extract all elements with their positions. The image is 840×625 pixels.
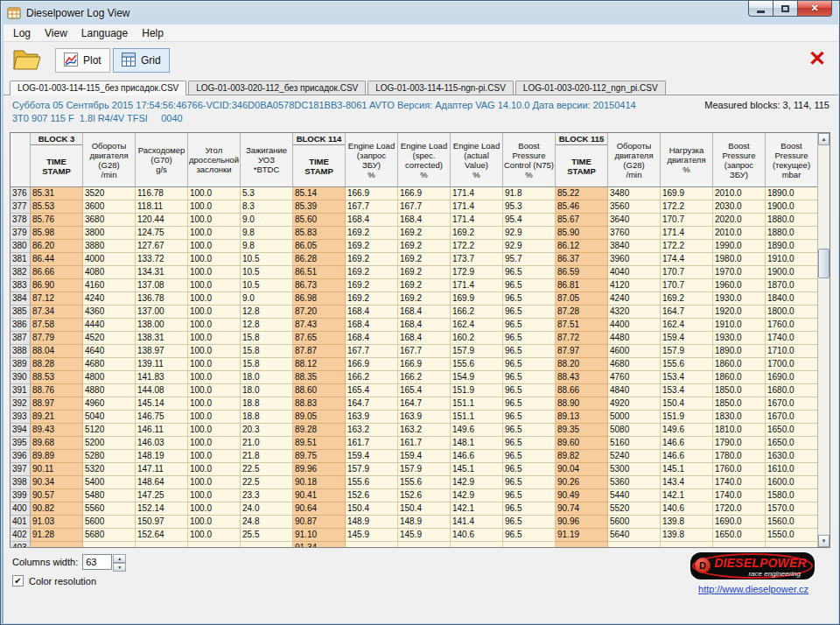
cell-load-spec[interactable]: 169.2 [398,292,451,305]
cell-engine-load-115[interactable]: 145.1 [661,463,713,476]
cell-rpm-115[interactable] [608,542,661,547]
cell-boost-actual[interactable]: 1630.0 [766,450,817,463]
cell-engine-load-115[interactable]: 171.4 [661,227,713,240]
cell-load-request[interactable]: 168.4 [346,332,398,345]
cell-boost-actual[interactable]: 1700.0 [766,358,817,371]
cell-time114[interactable]: 86.98 [293,292,346,305]
cell-n75-control[interactable]: 96.5 [503,319,556,332]
cell-n75-control[interactable]: 96.5 [503,476,556,489]
cell-throttle-angle[interactable]: 100.0 [188,489,241,502]
cell-engine-load-115[interactable]: 139.8 [661,516,713,529]
cell-load-request[interactable]: 169.2 [346,227,398,240]
cell-throttle-angle[interactable] [188,542,241,547]
cell-n75-control[interactable]: 96.5 [503,345,556,358]
cell-load-spec[interactable]: 161.7 [398,437,451,450]
cell-time115[interactable]: 90.04 [556,463,608,476]
cell-maf-g70[interactable]: 148.19 [136,450,188,463]
row-number[interactable]: 385 [10,305,31,319]
cell-load-actual[interactable]: 173.7 [451,253,503,266]
row-number[interactable]: 391 [10,384,31,397]
cell-time3[interactable]: 89.21 [31,411,83,424]
cell-load-request[interactable]: 164.7 [346,397,398,411]
cell-time114[interactable]: 86.51 [293,266,346,279]
cell-time114[interactable]: 86.73 [293,279,346,292]
cell-ignition[interactable]: 25.5 [241,529,293,542]
cell-time114[interactable]: 86.05 [293,240,346,253]
cell-load-request[interactable]: 169.2 [346,279,398,292]
cell-throttle-angle[interactable]: 100.0 [188,253,241,266]
cell-time114[interactable]: 88.35 [293,371,346,384]
cell-rpm-115[interactable]: 5080 [608,424,661,437]
cell-rpm-g28[interactable]: 3680 [83,214,136,227]
cell-boost-actual[interactable]: 1550.0 [766,529,817,542]
cell-load-request[interactable] [346,542,398,547]
cell-boost-actual[interactable]: 1670.0 [766,411,817,424]
cell-rpm-115[interactable]: 5520 [608,502,661,516]
cell-rpm-g28[interactable] [83,542,136,547]
row-number[interactable]: 399 [10,489,31,502]
cell-time3[interactable] [31,542,83,547]
cell-n75-control[interactable]: 96.5 [503,358,556,371]
cell-rpm-115[interactable]: 5640 [608,529,661,542]
cell-ignition[interactable]: 24.8 [241,516,293,529]
scroll-up-button[interactable]: ▲ [818,133,830,145]
cell-engine-load-115[interactable]: 170.7 [661,214,713,227]
cell-time3[interactable]: 88.28 [31,358,83,371]
cell-boost-actual[interactable]: 1570.0 [766,502,817,516]
cell-load-spec[interactable]: 168.4 [398,319,451,332]
cell-engine-load-115[interactable]: 149.6 [661,424,713,437]
cell-ignition[interactable]: 21.0 [241,437,293,450]
cell-rpm-115[interactable]: 5240 [608,450,661,463]
cell-ignition[interactable]: 22.5 [241,463,293,476]
cell-ignition[interactable]: 10.5 [241,279,293,292]
cell-rpm-115[interactable]: 4680 [608,358,661,371]
cell-load-actual[interactable]: 169.2 [451,227,503,240]
cell-engine-load-115[interactable]: 157.9 [661,345,713,358]
cell-n75-control[interactable] [503,542,556,547]
cell-load-spec[interactable]: 169.2 [398,279,451,292]
cell-boost-request[interactable]: 2030.0 [713,200,766,214]
cell-load-request[interactable]: 167.7 [346,200,398,214]
cell-ignition[interactable]: 10.5 [241,266,293,279]
cell-throttle-angle[interactable]: 100.0 [188,502,241,516]
cell-load-actual[interactable]: 142.1 [451,502,503,516]
cell-time3[interactable]: 87.34 [31,305,83,319]
close-button[interactable]: ✕ [797,1,832,17]
cell-load-actual[interactable]: 140.6 [451,529,503,542]
cell-load-spec[interactable]: 155.6 [398,476,451,489]
cell-rpm-115[interactable]: 3760 [608,227,661,240]
cell-rpm-115[interactable]: 5440 [608,489,661,502]
cell-time114[interactable]: 88.12 [293,358,346,371]
cell-maf-g70[interactable]: 147.25 [136,489,188,502]
cell-load-spec[interactable]: 168.4 [398,305,451,319]
cell-boost-actual[interactable]: 1710.0 [766,345,817,358]
cell-time3[interactable]: 90.57 [31,489,83,502]
cell-load-request[interactable]: 155.6 [346,476,398,489]
cell-time115[interactable]: 85.90 [556,227,608,240]
cell-boost-actual[interactable]: 1600.0 [766,476,817,489]
cell-boost-actual[interactable]: 1670.0 [766,397,817,411]
cell-rpm-g28[interactable]: 4680 [83,358,136,371]
cell-n75-control[interactable]: 96.5 [503,305,556,319]
cell-load-request[interactable]: 169.2 [346,266,398,279]
cell-boost-actual[interactable]: 1800.0 [766,305,817,319]
cell-boost-request[interactable]: 2010.0 [713,187,766,200]
menu-view[interactable]: View [38,25,74,41]
cell-boost-request[interactable] [713,542,766,547]
cell-rpm-115[interactable]: 4840 [608,384,661,397]
cell-ignition[interactable]: 10.5 [241,253,293,266]
cell-maf-g70[interactable]: 133.72 [136,253,188,266]
cell-n75-control[interactable]: 96.5 [503,529,556,542]
cell-load-actual[interactable]: 145.1 [451,463,503,476]
cell-n75-control[interactable]: 96.5 [503,371,556,384]
cell-throttle-angle[interactable]: 100.0 [188,200,241,214]
cell-load-actual[interactable]: 151.9 [451,384,503,397]
cell-rpm-115[interactable]: 3480 [608,187,661,200]
cell-rpm-115[interactable]: 3960 [608,253,661,266]
cell-maf-g70[interactable]: 120.44 [136,214,188,227]
cell-engine-load-115[interactable]: 142.1 [661,489,713,502]
cell-time3[interactable]: 86.90 [31,279,83,292]
cell-boost-actual[interactable]: 1650.0 [766,437,817,450]
row-number[interactable]: 386 [10,319,31,332]
cell-load-actual[interactable]: 169.9 [451,292,503,305]
